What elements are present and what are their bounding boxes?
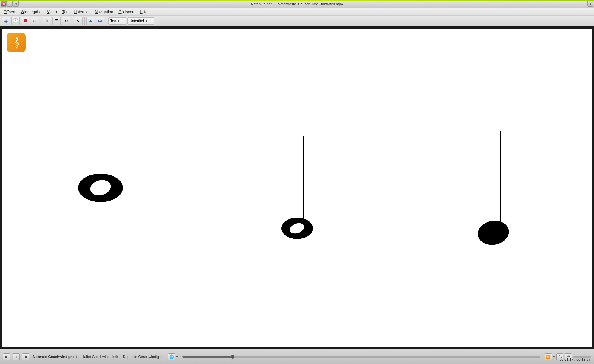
- globe-button[interactable]: 🌐 ▼: [168, 353, 179, 360]
- speed-normal[interactable]: Normale Geschwindigkeit: [32, 354, 78, 360]
- open-button[interactable]: ◈: [2, 17, 10, 25]
- back-button[interactable]: ↩: [31, 17, 39, 25]
- prefs-button[interactable]: ⚙: [62, 17, 70, 25]
- play-pause-button[interactable]: ▶: [3, 353, 10, 360]
- menu-wiedergabe[interactable]: Wiedergabe: [18, 9, 44, 15]
- untertitel-label: Untertitel: [130, 19, 144, 23]
- menu-bar: Öffnen Wiedergabe Video Ton Untertitel N…: [0, 8, 594, 16]
- window-controls-left: ✕ – □: [1, 1, 19, 7]
- video-frame: 𝄞: [2, 29, 592, 347]
- menu-optionen[interactable]: Optionen: [116, 9, 137, 15]
- recent-button[interactable]: 🕐: [11, 17, 20, 25]
- speed-double[interactable]: Doppelte Geschwindigkeit: [122, 354, 166, 360]
- note-container-half: [199, 29, 395, 347]
- half-note: [281, 136, 313, 239]
- menu-untertitel[interactable]: Untertitel: [71, 9, 92, 15]
- stop-red-button[interactable]: ⏹: [21, 17, 29, 25]
- pause-button[interactable]: ⏸: [13, 353, 20, 360]
- whole-note-body: [78, 174, 123, 202]
- progress-fill: [182, 356, 233, 358]
- main-video-area: 𝄞: [0, 26, 594, 349]
- next-button[interactable]: ⏭: [96, 17, 104, 25]
- note-container-quarter: [395, 29, 592, 347]
- time-display: 00:01:17 / 00:13:57: [560, 357, 590, 362]
- untertitel-dropdown-arrow: ▼: [145, 19, 148, 22]
- globe-dropdown-arrow: ▼: [176, 355, 179, 358]
- stop-button[interactable]: ⏹: [22, 353, 29, 360]
- untertitel-dropdown[interactable]: Untertitel ▼: [127, 17, 154, 25]
- toolbar: ◈ 🕐 ⏹ ↩ ℹ ☰ ⚙ ↖ ⏮ ⏭ Ton ▼ Untertitel ▼: [0, 16, 594, 26]
- cursor-button[interactable]: ↖: [74, 17, 83, 25]
- title-bar: ✕ – □ Noten_lernen_-_Notenwerte_Pausen_u…: [0, 0, 594, 8]
- settings-button[interactable]: ⚙: [587, 1, 593, 7]
- note-container-whole: [2, 29, 199, 347]
- toolbar-sep-1: [41, 17, 41, 25]
- half-note-hole: [288, 221, 306, 235]
- half-note-stem: [303, 136, 304, 220]
- progress-thumb[interactable]: [231, 355, 234, 359]
- prev-button[interactable]: ⏮: [86, 17, 95, 25]
- maximize-button[interactable]: □: [13, 1, 19, 7]
- control-bar: ▶ ⏸ ⏹ Normale Geschwindigkeit Halbe Gesc…: [0, 349, 594, 364]
- menu-video[interactable]: Video: [45, 9, 59, 15]
- treble-clef-icon: 𝄞: [13, 37, 19, 48]
- window-controls-right: ⚙: [587, 1, 593, 7]
- accent-bar: [0, 0, 594, 1]
- quarter-note: [478, 131, 509, 245]
- toolbar-sep-3: [84, 17, 85, 25]
- close-button[interactable]: ✕: [1, 1, 7, 7]
- ton-dropdown[interactable]: Ton ▼: [108, 17, 126, 25]
- whole-note: [78, 174, 123, 202]
- skip-dropdown-arrow: ▼: [552, 355, 555, 358]
- quarter-note-head: [476, 218, 511, 247]
- menu-hilfe[interactable]: Hilfe: [137, 9, 150, 15]
- menu-ton[interactable]: Ton: [60, 9, 71, 15]
- info-button[interactable]: ℹ: [43, 17, 51, 25]
- window-title: Noten_lernen_-_Notenwerte_Pausen_und_Tak…: [251, 2, 343, 6]
- ton-label: Ton: [110, 19, 116, 23]
- toolbar-sep-2: [72, 17, 72, 25]
- globe-icon[interactable]: 🌐: [168, 353, 175, 360]
- half-note-head: [281, 218, 313, 239]
- minimize-button[interactable]: –: [7, 1, 13, 7]
- progress-area: [181, 356, 542, 358]
- playlist-button[interactable]: ☰: [52, 17, 61, 25]
- whole-note-hole: [89, 178, 113, 198]
- progress-bar[interactable]: [182, 356, 540, 358]
- music-app-icon: 𝄞: [7, 33, 26, 52]
- ton-dropdown-arrow: ▼: [117, 19, 120, 22]
- menu-offnen[interactable]: Öffnen: [1, 9, 18, 15]
- menu-navigation[interactable]: Navigation: [92, 9, 115, 15]
- quarter-note-stem: [500, 131, 501, 223]
- speed-half[interactable]: Halbe Geschwindigkeit: [80, 354, 119, 360]
- skip-forward-button[interactable]: ⏩: [545, 353, 552, 360]
- toolbar-sep-4: [106, 17, 106, 25]
